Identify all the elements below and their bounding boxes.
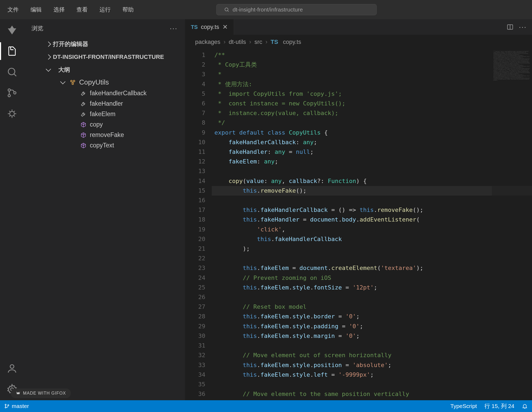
line-number: 12 [185, 157, 205, 166]
code-line[interactable]: this.fakeHandlerCallback [212, 234, 532, 244]
ts-file-icon: TS [191, 24, 198, 30]
bell-icon[interactable] [522, 403, 528, 409]
outline-member[interactable]: fakeElem [24, 109, 185, 119]
ts-file-icon: TS [271, 39, 278, 45]
menu-item[interactable]: 帮助 [120, 5, 136, 14]
code-line[interactable]: * instance.copy(value, callback); [212, 108, 532, 118]
code-line[interactable]: this.fakeElem.style.left = '-9999px'; [212, 370, 532, 380]
code-line[interactable]: copy(value: any, callback?: Function) { [212, 176, 532, 186]
line-number: 18 [185, 215, 205, 224]
code-content[interactable]: /** * Copy工具类 * * 使用方法: * import CopyUti… [212, 49, 532, 400]
project-section[interactable]: DT-INSIGHT-FRONT/INFRASTRUCTURE [24, 51, 185, 63]
branch-indicator[interactable]: master [4, 403, 29, 409]
code-line[interactable]: export default class CopyUtils { [212, 128, 532, 138]
tab-copy-ts[interactable]: TS copy.ts ✕ [185, 19, 234, 35]
code-line[interactable]: */ [212, 118, 532, 128]
code-area[interactable]: 1234567891011121314151617181920212223242… [185, 49, 532, 400]
breadcrumb-item[interactable]: src [255, 39, 262, 45]
debug-icon[interactable] [6, 108, 18, 119]
code-line[interactable]: * import CopyUtils from 'copy.js'; [212, 89, 532, 99]
search-activity-icon[interactable] [6, 66, 18, 78]
line-number: 5 [185, 89, 205, 99]
breadcrumb-item[interactable]: packages [195, 39, 220, 45]
code-line[interactable]: fakeElem: any; [212, 157, 532, 166]
menu-item[interactable]: 文件 [5, 5, 21, 14]
code-line[interactable]: this.fakeElem.style.position = 'absolute… [212, 360, 532, 370]
menu-item[interactable]: 选择 [51, 5, 67, 14]
code-line[interactable]: ); [212, 244, 532, 254]
line-number: 27 [185, 302, 205, 312]
menu-item[interactable]: 编辑 [28, 5, 44, 14]
code-line[interactable]: // Move element out of screen horizontal… [212, 350, 532, 360]
code-line[interactable]: * const instance = new CopyUtils(); [212, 99, 532, 108]
source-control-icon[interactable] [6, 87, 18, 98]
code-line[interactable]: this.removeFake(); [212, 186, 532, 196]
line-number: 34 [185, 370, 205, 380]
code-line[interactable]: this.fakeHandlerCallback = () => this.re… [212, 205, 532, 215]
code-line[interactable]: this.fakeElem.style.border = '0'; [212, 312, 532, 321]
split-editor-icon[interactable] [507, 24, 514, 30]
code-line[interactable]: this.fakeElem.style.margin = '0'; [212, 331, 532, 341]
open-editors-section[interactable]: 打开的编辑器 [24, 37, 185, 51]
account-icon[interactable] [6, 363, 18, 374]
outline-section[interactable]: 大纲 [24, 63, 185, 77]
sidebar-more-icon[interactable]: ··· [170, 24, 178, 33]
line-number: 36 [185, 389, 205, 399]
svg-point-12 [72, 83, 74, 85]
line-number: 8 [185, 118, 205, 128]
tabs: TS copy.ts ✕ ··· [185, 19, 532, 35]
breadcrumb[interactable]: packages›dt-utils›src›TScopy.ts [185, 35, 532, 49]
svg-point-16 [5, 407, 6, 408]
breadcrumb-item[interactable]: dt-utils [229, 39, 246, 45]
code-line[interactable] [212, 380, 532, 389]
code-line[interactable] [212, 196, 532, 205]
menu-item[interactable]: 运行 [97, 5, 113, 14]
code-line[interactable] [212, 341, 532, 350]
line-number: 26 [185, 292, 205, 302]
line-number: 17 [185, 205, 205, 215]
cursor-position[interactable]: 行 15, 列 24 [484, 402, 514, 410]
code-line[interactable]: this.fakeElem.style.padding = '0'; [212, 322, 532, 331]
code-line[interactable] [212, 166, 532, 176]
code-line[interactable]: * [212, 70, 532, 79]
explorer-icon[interactable] [6, 45, 18, 57]
code-line[interactable]: this.fakeHandler = document.body.addEven… [212, 215, 532, 224]
outline-member[interactable]: removeFake [24, 130, 185, 140]
editor-more-icon[interactable]: ··· [519, 23, 527, 31]
code-line[interactable]: /** [212, 50, 532, 60]
svg-point-15 [5, 404, 6, 405]
close-icon[interactable]: ✕ [222, 23, 228, 31]
language-indicator[interactable]: TypeScript [450, 403, 477, 409]
code-line[interactable]: * 使用方法: [212, 79, 532, 89]
outline-member-label: fakeHandler [90, 100, 123, 107]
gifox-badge: MADE WITH GIFOX [11, 388, 71, 398]
code-line[interactable]: this.fakeElem.style.fontSize = '12pt'; [212, 283, 532, 292]
code-line[interactable] [212, 254, 532, 263]
code-line[interactable]: * Copy工具类 [212, 60, 532, 70]
code-line[interactable]: // Reset box model [212, 302, 532, 312]
outline-member[interactable]: copy [24, 119, 185, 130]
code-line[interactable] [212, 292, 532, 302]
outline-member[interactable]: fakeHandlerCallback [24, 88, 185, 98]
code-line[interactable]: this.fakeElem = document.createElement('… [212, 263, 532, 273]
outline-member[interactable]: fakeHandler [24, 98, 185, 109]
command-center[interactable]: dt-insight-front/infrastructure [216, 4, 377, 15]
code-line[interactable]: // Prevent zooming on iOS [212, 273, 532, 283]
breadcrumb-item[interactable]: copy.ts [283, 39, 301, 45]
line-number: 35 [185, 380, 205, 389]
code-line[interactable]: fakeHandlerCallback: any; [212, 138, 532, 147]
outline-member[interactable]: copyText [24, 140, 185, 151]
code-line[interactable]: 'click', [212, 225, 532, 234]
gitlab-icon[interactable] [6, 25, 18, 36]
svg-point-2 [8, 68, 15, 75]
menu-item[interactable]: 查看 [74, 5, 90, 14]
outline-class[interactable]: CopyUtils [24, 77, 185, 88]
code-line[interactable]: const yPosition = [212, 399, 532, 400]
minimap[interactable]: /** * Copy工具类 * * 使用方法: * import CopyUti… [492, 49, 532, 400]
code-line[interactable]: fakeHandler: any = null; [212, 147, 532, 157]
code-line[interactable]: // Move element to the same position ver… [212, 389, 532, 399]
line-number: 9 [185, 128, 205, 138]
svg-point-7 [10, 111, 14, 116]
line-number: 28 [185, 312, 205, 321]
outline-member-label: fakeElem [90, 110, 115, 118]
